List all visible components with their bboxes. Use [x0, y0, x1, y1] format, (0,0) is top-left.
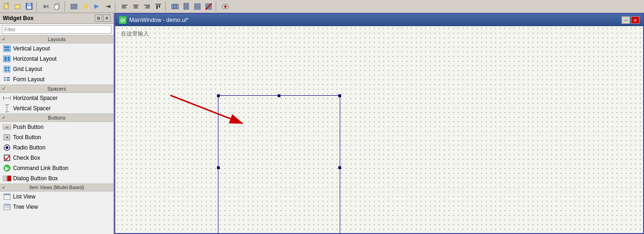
sep2 [64, 1, 67, 12]
svg-rect-36 [206, 4, 208, 6]
preview-button[interactable] [220, 1, 231, 12]
align-center-button[interactable] [131, 1, 141, 12]
toolbar: ✄ ⚡ ⇥ [0, 0, 644, 13]
svg-rect-69 [4, 194, 10, 195]
widget-item-radio-button[interactable]: Radio Button [0, 142, 113, 153]
widget-item-command-link-button[interactable]: ▶ Command Link Button [0, 163, 113, 173]
svg-rect-2 [15, 5, 20, 9]
widget-item-form-layout[interactable]: Form Layout [0, 74, 113, 85]
svg-rect-10 [75, 4, 77, 6]
svg-rect-29 [184, 3, 189, 5]
svg-rect-31 [184, 8, 189, 9]
align-top-button[interactable] [153, 1, 163, 12]
widget-item-check-box[interactable]: Check Box [0, 153, 113, 163]
widget-box-dock-button[interactable]: ⧉ [95, 14, 102, 22]
svg-rect-46 [7, 79, 10, 81]
align-right-button[interactable] [142, 1, 152, 12]
close-button[interactable]: ✕ [631, 16, 639, 24]
handle-tl[interactable] [217, 94, 220, 97]
sep5 [216, 1, 218, 12]
widget-box-title: Widget Box [3, 15, 34, 21]
layout-h-button[interactable] [170, 1, 180, 12]
widget-item-grid-layout[interactable]: Grid Layout [0, 64, 113, 74]
widget-item-dialog-button-box[interactable]: Dialog Button Box [0, 173, 113, 184]
align-left-button[interactable] [119, 1, 130, 12]
svg-point-42 [224, 5, 227, 7]
svg-rect-24 [156, 5, 158, 9]
svg-rect-44 [7, 77, 10, 78]
svg-rect-26 [172, 4, 174, 9]
svg-point-59 [6, 146, 8, 149]
design-canvas[interactable]: 在这里输入 [115, 26, 643, 233]
sep1 [36, 1, 39, 12]
svg-rect-6 [27, 6, 31, 9]
svg-text:OK: OK [5, 126, 9, 129]
widget-item-horizontal-spacer[interactable]: Horizontal Spacer [0, 93, 113, 103]
svg-rect-28 [176, 4, 178, 9]
svg-rect-8 [55, 5, 58, 9]
svg-rect-43 [4, 77, 6, 78]
layout-grid-button[interactable] [192, 1, 203, 12]
svg-rect-54 [3, 125, 11, 126]
svg-rect-30 [184, 6, 189, 7]
svg-rect-3 [15, 4, 17, 5]
category-spacers[interactable]: Spacers [0, 85, 113, 93]
svg-rect-34 [195, 7, 197, 9]
svg-rect-12 [74, 7, 77, 9]
main-area: Widget Box ⧉ ✕ Layouts Vertical Layout H… [0, 13, 644, 234]
widget-item-push-button[interactable]: OK Push Button [0, 122, 113, 132]
svg-rect-9 [71, 4, 74, 6]
category-item-views[interactable]: Item Views (Model-Based) [0, 184, 113, 191]
svg-rect-39 [209, 7, 211, 9]
open-file-button[interactable] [13, 1, 23, 12]
widget-editor-button[interactable] [69, 1, 79, 12]
widget-item-tree-view[interactable]: Tree View [0, 202, 113, 212]
handle-mr[interactable] [338, 166, 341, 169]
widget-item-tool-button[interactable]: ✦ Tool Button [0, 132, 113, 142]
widget-item-vertical-layout[interactable]: Vertical Layout [0, 43, 113, 54]
main-window-title-text: MainWindow - demo.ui* [129, 17, 189, 23]
new-file-button[interactable] [2, 1, 12, 12]
main-window: Qt MainWindow - demo.ui* ─ ✕ 在这里输入 [114, 13, 644, 234]
widget-list: Layouts Vertical Layout Horizontal Layou… [0, 35, 113, 234]
signal-slot-button[interactable]: ⚡ [80, 1, 91, 12]
svg-rect-63 [3, 176, 7, 181]
tab-order-button[interactable]: ⇥ [103, 1, 113, 12]
canvas-label: 在这里输入 [121, 30, 149, 38]
minimize-button[interactable]: ─ [622, 16, 630, 24]
arrow-overlay [115, 26, 643, 233]
widget-box: Widget Box ⧉ ✕ Layouts Vertical Layout H… [0, 13, 114, 234]
svg-rect-32 [195, 4, 197, 6]
widget-item-vertical-spacer[interactable]: Vertical Spacer [0, 103, 113, 113]
widget-box-header: Widget Box ⧉ ✕ [0, 13, 113, 24]
main-window-titlebar: Qt MainWindow - demo.ui* ─ ✕ [115, 14, 643, 26]
break-layout-button[interactable] [203, 1, 214, 12]
category-buttons[interactable]: Buttons [0, 113, 113, 122]
handle-ml[interactable] [217, 166, 220, 169]
cut-button[interactable]: ✄ [41, 1, 51, 12]
svg-rect-33 [198, 4, 200, 6]
main-window-title-bar: Qt MainWindow - demo.ui* [119, 16, 189, 24]
svg-text:▶: ▶ [5, 166, 9, 171]
canvas-area: Qt MainWindow - demo.ui* ─ ✕ 在这里输入 [114, 13, 644, 234]
handle-tc[interactable] [278, 94, 280, 97]
svg-rect-11 [71, 7, 73, 9]
category-layouts[interactable]: Layouts [0, 35, 113, 43]
filter-input[interactable] [2, 25, 112, 34]
selection-rectangle [218, 95, 340, 233]
window-controls: ─ ✕ [622, 16, 639, 24]
widget-item-horizontal-layout[interactable]: Horizontal Layout [0, 54, 113, 64]
svg-rect-45 [4, 79, 6, 81]
svg-rect-64 [7, 176, 11, 181]
svg-rect-5 [28, 3, 31, 6]
save-file-button[interactable] [24, 1, 35, 12]
handle-tr[interactable] [338, 94, 341, 97]
qt-logo: Qt [119, 16, 126, 24]
copy-button[interactable] [52, 1, 63, 12]
widget-box-close-button[interactable]: ✕ [103, 14, 111, 22]
layout-v-button[interactable] [181, 1, 191, 12]
action-editor-button[interactable] [91, 1, 102, 12]
svg-rect-27 [174, 4, 176, 9]
svg-rect-35 [198, 7, 200, 9]
widget-item-list-view[interactable]: List View [0, 191, 113, 202]
